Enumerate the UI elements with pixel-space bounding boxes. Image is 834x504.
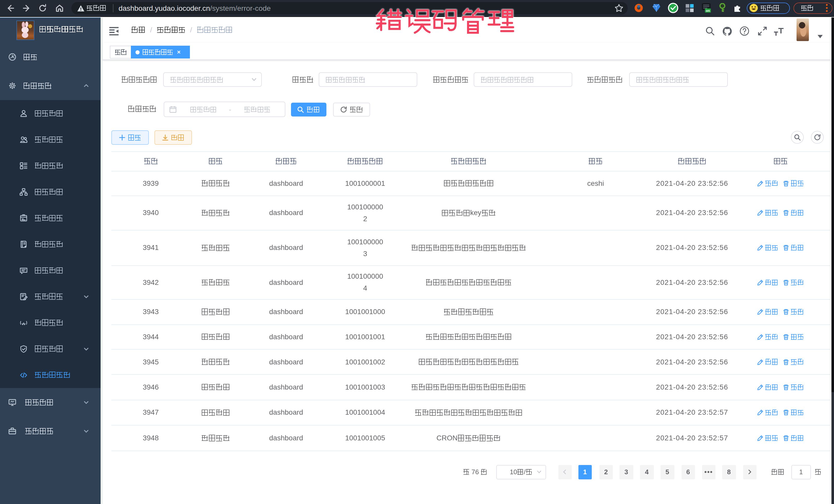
- svg-text:on: on: [706, 9, 710, 13]
